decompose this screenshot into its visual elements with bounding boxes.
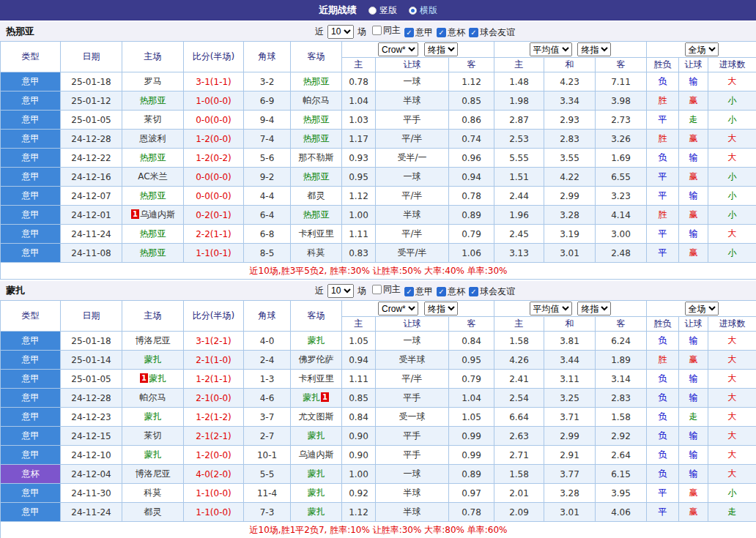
filter-checkbox-group: 同主✓意甲✓意杯✓球会友谊 (368, 24, 515, 39)
team-name-link[interactable]: 罗马 (144, 76, 162, 86)
filter-checkbox[interactable]: ✓意杯 (437, 26, 465, 39)
team-name-link[interactable]: 帕尔马 (303, 95, 330, 105)
team-name-link[interactable]: 热那亚 (303, 76, 330, 86)
match-scope-select[interactable]: 全场 (685, 42, 719, 56)
team-name-link[interactable]: 佛罗伦萨 (299, 354, 334, 365)
team-name-link[interactable]: 乌迪内斯 (299, 449, 334, 460)
radio-circle-icon[interactable] (409, 7, 417, 15)
score-cell: 0-0(0-0) (184, 168, 244, 187)
checkbox-unchecked-icon[interactable] (372, 285, 382, 294)
match-count-select[interactable]: 10 (327, 284, 354, 298)
team-name-link[interactable]: 都灵 (308, 190, 325, 201)
checkbox-checked-icon[interactable]: ✓ (469, 287, 478, 296)
team-name-link[interactable]: 科莫 (308, 247, 325, 258)
competition-cell[interactable]: 意甲 (1, 351, 61, 370)
team-name-link[interactable]: 卡利亚里 (299, 228, 334, 239)
col-header-corner: 角球 (244, 42, 291, 72)
competition-cell[interactable]: 意甲 (1, 503, 61, 522)
filter-checkbox[interactable]: ✓意甲 (404, 26, 433, 39)
team-name-link[interactable]: 蒙扎 (149, 373, 166, 384)
checkbox-checked-icon[interactable]: ✓ (469, 28, 478, 37)
competition-cell[interactable]: 意甲 (1, 149, 61, 168)
radio-circle-icon[interactable] (368, 7, 377, 15)
team-name-link[interactable]: 热那亚 (140, 190, 166, 201)
asia-company-select[interactable]: Crow* (378, 302, 418, 315)
team-name-link[interactable]: 那不勒斯 (299, 152, 334, 162)
filter-checkbox[interactable]: ✓意杯 (437, 285, 465, 298)
filter-checkbox[interactable]: ✓球会友谊 (469, 285, 515, 298)
team-name-link[interactable]: 热那亚 (303, 133, 330, 143)
corner-cell: 6-9 (244, 91, 291, 111)
team-name-link[interactable]: 蒙扎 (308, 335, 325, 345)
team-name-link[interactable]: 蒙扎 (308, 487, 325, 498)
filter-checkbox[interactable]: ✓球会友谊 (469, 26, 515, 39)
competition-cell[interactable]: 意甲 (1, 130, 61, 149)
team-name-link[interactable]: 蒙扎 (308, 430, 325, 441)
team-name-link[interactable]: 蒙扎 (144, 449, 162, 460)
euro-stage-select[interactable]: 终指 (577, 302, 611, 315)
team-name-link[interactable]: 蒙扎 (308, 507, 325, 517)
euro-draw-odds-cell: 3.11 (544, 370, 596, 389)
competition-cell[interactable]: 意甲 (1, 408, 61, 427)
team-name-link[interactable]: 热那亚 (140, 95, 166, 105)
team-name-link[interactable]: 科莫 (144, 487, 162, 498)
team-name-link[interactable]: 热那亚 (140, 152, 166, 162)
team-name-link[interactable]: 蒙扎 (144, 354, 162, 365)
competition-cell[interactable]: 意甲 (1, 91, 61, 111)
team-name-link[interactable]: 热那亚 (303, 209, 330, 220)
team-name-link[interactable]: 都灵 (144, 507, 162, 517)
team-name-link[interactable]: 莱切 (144, 114, 162, 124)
team-name-link[interactable]: 蒙扎 (303, 392, 320, 403)
euro-away-odds-cell: 3.98 (596, 91, 647, 111)
team-name-link[interactable]: 蒙扎 (144, 411, 162, 422)
checkbox-checked-icon[interactable]: ✓ (404, 28, 414, 37)
checkbox-checked-icon[interactable]: ✓ (437, 28, 446, 37)
competition-cell[interactable]: 意甲 (1, 244, 61, 263)
team-name-link[interactable]: 卡利亚里 (299, 373, 334, 384)
competition-cell[interactable]: 意甲 (1, 332, 61, 351)
layout-radio-horizontal[interactable]: 横版 (409, 4, 437, 17)
competition-cell[interactable]: 意甲 (1, 389, 61, 408)
euro-stage-select[interactable]: 终指 (577, 42, 611, 56)
team-name-link[interactable]: 热那亚 (140, 247, 166, 258)
competition-cell[interactable]: 意杯 (1, 465, 61, 484)
asia-stage-select[interactable]: 终指 (424, 302, 458, 315)
filter-checkbox[interactable]: 同主 (372, 283, 401, 296)
competition-cell[interactable]: 意甲 (1, 206, 61, 225)
layout-radio-vertical[interactable]: 竖版 (368, 4, 397, 17)
competition-cell[interactable]: 意甲 (1, 111, 61, 130)
euro-company-select[interactable]: 平均值 (530, 42, 572, 56)
team-name-link[interactable]: 尤文图斯 (299, 411, 334, 422)
euro-company-select[interactable]: 平均值 (530, 302, 572, 315)
asia-company-select[interactable]: Crow* (378, 42, 418, 56)
filter-checkbox[interactable]: 同主 (372, 24, 401, 37)
result-outcome-cell: 平 (647, 168, 679, 187)
team-name-link[interactable]: 博洛尼亚 (136, 468, 171, 479)
team-name-link[interactable]: 莱切 (144, 430, 162, 441)
checkbox-checked-icon[interactable]: ✓ (404, 287, 414, 296)
competition-cell[interactable]: 意甲 (1, 427, 61, 446)
competition-cell[interactable]: 意甲 (1, 168, 61, 187)
team-name-link[interactable]: AC米兰 (138, 171, 167, 182)
competition-cell[interactable]: 意甲 (1, 225, 61, 244)
competition-cell[interactable]: 意甲 (1, 187, 61, 206)
team-name-link[interactable]: 乌迪内斯 (140, 209, 175, 220)
team-name-link[interactable]: 热那亚 (140, 228, 166, 239)
competition-cell[interactable]: 意甲 (1, 446, 61, 465)
checkbox-unchecked-icon[interactable] (372, 26, 382, 35)
team-name-link[interactable]: 热那亚 (303, 171, 330, 182)
match-scope-select[interactable]: 全场 (685, 302, 719, 315)
filter-checkbox[interactable]: ✓意甲 (404, 285, 433, 298)
competition-cell[interactable]: 意甲 (1, 370, 61, 389)
team-name-link[interactable]: 热那亚 (303, 114, 330, 124)
away-team-cell: 蒙扎 (291, 332, 342, 351)
competition-cell[interactable]: 意甲 (1, 484, 61, 503)
asia-stage-select[interactable]: 终指 (424, 42, 458, 56)
team-name-link[interactable]: 恩波利 (140, 133, 166, 143)
match-count-select[interactable]: 10 (327, 25, 354, 39)
team-name-link[interactable]: 博洛尼亚 (136, 335, 171, 345)
team-name-link[interactable]: 帕尔马 (140, 392, 166, 403)
competition-cell[interactable]: 意甲 (1, 72, 61, 91)
checkbox-checked-icon[interactable]: ✓ (437, 287, 446, 296)
team-name-link[interactable]: 蒙扎 (308, 468, 325, 479)
